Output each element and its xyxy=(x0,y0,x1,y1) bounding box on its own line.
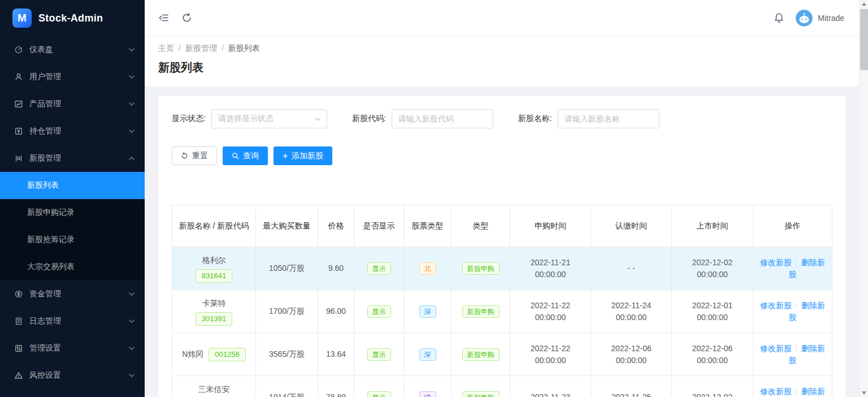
sidebar-item-logs[interactable]: 日志管理 xyxy=(0,308,145,335)
market-tag: 深 xyxy=(419,305,436,318)
visible-tag: 显示 xyxy=(367,262,391,275)
code-input[interactable] xyxy=(392,109,493,128)
cell-type: 新股申购 xyxy=(452,376,510,397)
name-filter-label: 新股名称: xyxy=(518,114,552,124)
settings-sliders-icon xyxy=(14,343,24,353)
breadcrumb-current: 新股列表 xyxy=(228,44,260,54)
time-value: - - xyxy=(627,264,635,273)
cell-stock-name: 三未信安 xyxy=(172,376,256,397)
time-value: 2022-12-0600:00:00 xyxy=(676,343,748,366)
cell-apply-time: 2022-11-2200:00:00 xyxy=(510,333,591,376)
sidebar-item-funds[interactable]: 资金管理 xyxy=(0,281,145,308)
sidebar-item-label: 持仓管理 xyxy=(29,126,129,136)
main-area: Mitrade 主页 / 新股管理 / 新股列表 新股列表 显示状态: xyxy=(145,0,868,397)
add-ipo-button[interactable]: + 添加新股 xyxy=(274,146,332,165)
user-menu[interactable]: Mitrade xyxy=(796,10,844,27)
delete-ipo-link[interactable]: 删除新股 xyxy=(789,344,826,365)
breadcrumb-home[interactable]: 主页 xyxy=(158,44,174,54)
topbar-left xyxy=(158,12,192,23)
collapse-sidebar-icon[interactable] xyxy=(158,12,169,23)
code-filter-label: 新股代码: xyxy=(352,114,386,124)
breadcrumb-separator: / xyxy=(222,44,224,54)
sidebar-item-label: 仪表盘 xyxy=(29,45,129,55)
operation-divider xyxy=(796,345,797,352)
edit-ipo-link[interactable]: 修改新股 xyxy=(760,387,792,396)
scroll-up-arrow[interactable] xyxy=(860,0,868,8)
column-header: 是否显示 xyxy=(354,205,404,247)
delete-ipo-link[interactable]: 删除新股 xyxy=(789,258,826,279)
column-header: 类型 xyxy=(452,205,510,247)
search-icon xyxy=(232,152,239,159)
chevron-down-icon xyxy=(129,130,134,133)
cell-market: 沪 xyxy=(404,376,452,397)
breadcrumb-ipo-management[interactable]: 新股管理 xyxy=(185,44,217,54)
sidebar-item-users[interactable]: 用户管理 xyxy=(0,63,145,90)
search-button[interactable]: 查询 xyxy=(223,146,268,165)
time-value: 2022-11-2400:00:00 xyxy=(596,300,667,323)
price-value: 9.60 xyxy=(328,264,344,273)
time-value: 2022-12-02 xyxy=(692,392,733,397)
sidebar-subitem[interactable]: 新股抢筹记录 xyxy=(0,226,145,253)
status-select-placeholder: 请选择显示状态 xyxy=(218,114,315,124)
edit-ipo-link[interactable]: 修改新股 xyxy=(760,344,792,353)
sidebar-item-dashboard[interactable]: 仪表盘 xyxy=(0,36,145,63)
max-buy-value: 1914/万股 xyxy=(269,392,305,397)
table-row: N炜冈0012563565/万股13.64显示深新股申购2022-11-2200… xyxy=(172,333,832,376)
sidebar-subitem[interactable]: 新股列表 xyxy=(0,172,145,199)
stock-name: 格利尔 xyxy=(177,254,251,266)
sidebar-item-risk[interactable]: 风控设置 xyxy=(0,362,145,389)
stock-code-tag: 001256 xyxy=(209,348,245,361)
cell-visible: 显示 xyxy=(354,333,404,376)
content-area: 显示状态: 请选择显示状态 新股代码: 新股名称: xyxy=(145,87,859,397)
table-row: 三未信安1914/万股78.89显示沪新股申购2022-11-232022-11… xyxy=(172,376,832,397)
sidebar-subitem[interactable]: 新股申购记录 xyxy=(0,199,145,226)
name-input[interactable] xyxy=(558,109,659,128)
add-ipo-button-label: 添加新股 xyxy=(292,151,323,161)
type-tag: 新股申购 xyxy=(462,262,500,275)
cell-list-time: 2022-12-0100:00:00 xyxy=(672,290,753,333)
scroll-down-arrow[interactable] xyxy=(860,389,868,397)
table-row: 卡莱特3013911700/万股96.00显示深新股申购2022-11-2200… xyxy=(172,290,832,333)
notifications-bell-icon[interactable] xyxy=(774,12,784,23)
time-value: 2022-12-0600:00:00 xyxy=(596,343,667,366)
sidebar-item-ipo[interactable]: 新股管理 xyxy=(0,145,145,172)
page-scrollbar[interactable] xyxy=(859,0,868,397)
cell-max-buy: 1700/万股 xyxy=(256,290,318,333)
sidebar-submenu: 新股列表新股申购记录新股抢筹记录大宗交易列表 xyxy=(0,172,145,281)
delete-ipo-link[interactable]: 删除新股 xyxy=(789,387,826,397)
scrollbar-thumb[interactable] xyxy=(860,9,868,70)
delete-ipo-link[interactable]: 删除新股 xyxy=(789,301,826,322)
ipo-table: 新股名称 / 新股代码最大购买数量价格是否显示股票类型类型申购时间认缴时间上市时… xyxy=(172,205,832,397)
sidebar-item-products[interactable]: 产品管理 xyxy=(0,90,145,118)
cell-list-time: 2022-12-02 xyxy=(672,376,753,397)
cell-operations: 修改新股删除新股 xyxy=(753,333,832,376)
stock-name: 三未信安 xyxy=(177,383,251,395)
ipo-bars-icon xyxy=(14,153,24,163)
breadcrumb-separator: / xyxy=(179,44,181,54)
type-tag: 新股申购 xyxy=(462,391,500,397)
cell-max-buy: 3565/万股 xyxy=(256,333,318,376)
status-select[interactable]: 请选择显示状态 xyxy=(211,109,327,128)
reset-button[interactable]: 重置 xyxy=(172,146,217,165)
cell-max-buy: 1050/万股 xyxy=(256,247,318,290)
chevron-up-icon xyxy=(129,157,134,160)
sidebar-item-label: 用户管理 xyxy=(29,72,129,82)
app-logo: M Stock-Admin xyxy=(0,0,145,36)
chevron-down-icon xyxy=(129,102,134,106)
refresh-icon[interactable] xyxy=(181,12,192,23)
sidebar-item-admin-settings[interactable]: 管理设置 xyxy=(0,335,145,362)
button-row: 重置 查询 + 添加新股 xyxy=(172,146,832,165)
sidebar-item-positions[interactable]: 持仓管理 xyxy=(0,118,145,145)
page-title: 新股列表 xyxy=(158,60,845,75)
cell-visible: 显示 xyxy=(354,376,404,397)
visible-tag: 显示 xyxy=(367,391,391,397)
cell-apply-time: 2022-11-23 xyxy=(510,376,591,397)
edit-ipo-link[interactable]: 修改新股 xyxy=(760,301,792,310)
sidebar-subitem-label: 新股抢筹记录 xyxy=(27,235,75,245)
edit-ipo-link[interactable]: 修改新股 xyxy=(760,258,792,267)
page-head: 主页 / 新股管理 / 新股列表 新股列表 xyxy=(145,36,859,87)
sidebar-item-label: 产品管理 xyxy=(29,99,129,109)
sidebar-subitem[interactable]: 大宗交易列表 xyxy=(0,253,145,281)
reset-button-label: 重置 xyxy=(192,151,208,161)
sidebar: M Stock-Admin 仪表盘用户管理产品管理持仓管理新股管理新股列表新股申… xyxy=(0,0,145,397)
